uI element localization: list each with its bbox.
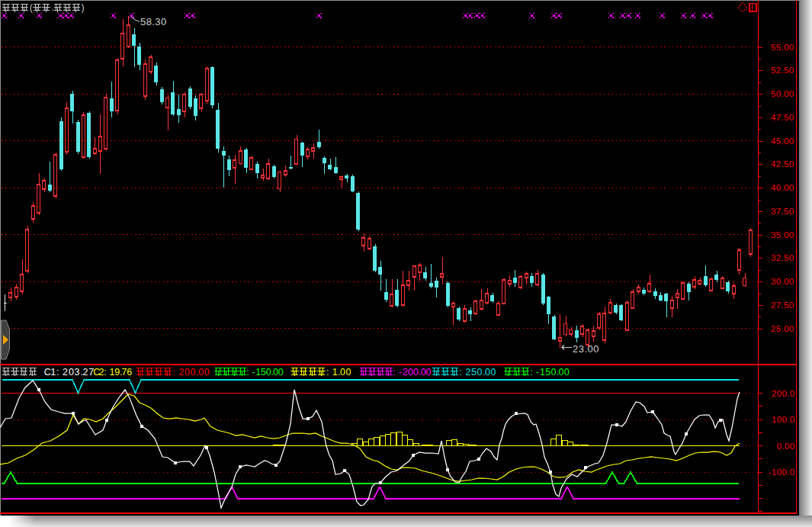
svg-text:): ) (82, 2, 85, 13)
svg-text::: : (104, 367, 106, 378)
svg-text:1: 1 (50, 367, 56, 378)
svg-text:3: 3 (75, 367, 80, 378)
svg-text:23.00: 23.00 (573, 343, 599, 355)
svg-text:2: 2 (83, 367, 88, 378)
svg-text:0: 0 (426, 367, 432, 378)
svg-text:0: 0 (340, 367, 345, 378)
svg-text:37.50: 37.50 (771, 207, 794, 216)
svg-text:25.00: 25.00 (771, 324, 794, 333)
svg-text::: : (56, 367, 59, 378)
svg-text:0: 0 (477, 367, 483, 378)
svg-text:52.50: 52.50 (771, 66, 794, 75)
svg-text:0: 0 (551, 367, 557, 378)
svg-text:0: 0 (564, 367, 570, 378)
svg-text:5: 5 (471, 367, 477, 378)
svg-text:100.0: 100.0 (772, 415, 795, 424)
svg-text:5: 5 (545, 367, 550, 378)
svg-text:-: - (252, 367, 255, 378)
svg-text:0: 0 (491, 367, 496, 378)
svg-text:0: 0 (345, 367, 351, 378)
svg-text:35.00: 35.00 (771, 230, 794, 239)
svg-text:0: 0 (204, 367, 210, 378)
svg-text:47.50: 47.50 (771, 113, 794, 122)
svg-text:40.00: 40.00 (771, 183, 794, 192)
svg-text:-100.0: -100.0 (769, 468, 795, 477)
svg-text:30.00: 30.00 (771, 277, 794, 286)
svg-text:2: 2 (179, 367, 185, 378)
svg-text:2: 2 (63, 367, 68, 378)
svg-text:1: 1 (540, 367, 545, 378)
svg-text:0: 0 (191, 367, 196, 378)
svg-text::: : (393, 367, 396, 378)
svg-text:0.00: 0.00 (777, 442, 795, 451)
svg-text:-: - (536, 367, 539, 378)
svg-text:27.50: 27.50 (771, 300, 794, 310)
svg-text:0: 0 (485, 367, 490, 378)
svg-text:-: - (399, 367, 402, 378)
svg-text:0: 0 (185, 367, 190, 378)
svg-text::: : (326, 367, 329, 378)
svg-text::: : (460, 367, 462, 378)
svg-text:55.00: 55.00 (771, 43, 794, 52)
svg-text:.: . (51, 2, 53, 13)
svg-text::: : (530, 367, 532, 378)
svg-text:0: 0 (69, 367, 74, 378)
svg-text:42.50: 42.50 (771, 159, 794, 169)
svg-text:0: 0 (559, 367, 564, 378)
svg-text:50.00: 50.00 (771, 89, 794, 98)
svg-text:1: 1 (332, 367, 338, 378)
svg-text:0: 0 (413, 367, 419, 378)
svg-text:6: 6 (127, 367, 132, 378)
svg-text:200.0: 200.0 (772, 389, 795, 398)
svg-text::: : (173, 367, 175, 378)
svg-text::: : (246, 367, 249, 378)
svg-text:0: 0 (278, 367, 284, 378)
svg-text:32.50: 32.50 (771, 253, 794, 262)
svg-text:2: 2 (466, 367, 471, 378)
svg-text:58.30: 58.30 (140, 16, 167, 27)
svg-text:45.00: 45.00 (771, 137, 794, 146)
svg-text:0: 0 (198, 367, 204, 378)
